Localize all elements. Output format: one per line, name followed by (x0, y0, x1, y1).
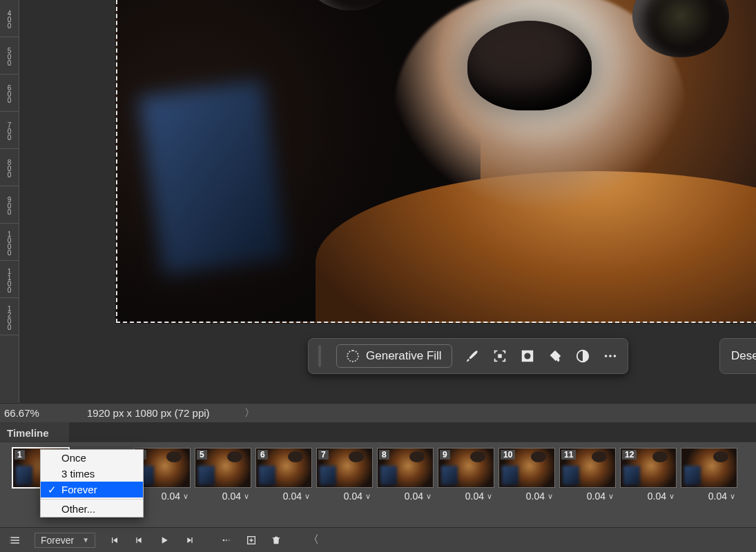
document-dimensions: 1920 px x 1080 px (72 ppi) (69, 407, 210, 419)
frame-duration[interactable]: 0.04∨ (498, 489, 555, 503)
next-frame-button[interactable] (178, 531, 200, 550)
svg-point-3 (604, 355, 607, 357)
canvas-viewport[interactable]: Generative Fill Deselec (19, 0, 756, 403)
zoom-level[interactable]: 66.67% (0, 407, 69, 419)
more-icon[interactable] (603, 348, 618, 364)
frame-10[interactable]: 100.04∨ (498, 448, 555, 503)
new-frame-button[interactable] (240, 531, 262, 550)
dropdown-triangle-icon: ▼ (82, 536, 89, 544)
frame-duration[interactable]: 0.04∨ (255, 489, 312, 503)
prev-frame-button[interactable] (128, 531, 151, 550)
frame-number: 7 (318, 450, 329, 460)
fill-bucket-icon[interactable] (547, 348, 563, 364)
chevron-down-icon: ∨ (426, 492, 432, 501)
chevron-down-icon: ∨ (730, 492, 735, 501)
generative-fill-label: Generative Fill (366, 349, 442, 363)
grip-handle[interactable] (318, 345, 321, 367)
chevron-down-icon: ∨ (304, 492, 310, 501)
frame-number: 11 (561, 450, 576, 460)
frame-11[interactable]: 0.04∨ (681, 448, 737, 503)
svg-point-1 (524, 353, 530, 359)
frame-number: 10 (501, 450, 515, 460)
chevron-down-icon: ∨ (669, 492, 675, 501)
adjustment-icon[interactable] (575, 348, 590, 364)
loop-dropdown-label: Forever (41, 535, 74, 546)
frame-duration[interactable]: 0.04∨ (681, 489, 737, 503)
svg-rect-6 (136, 538, 137, 543)
timeline-controls: Forever ▼ 〈 (0, 527, 756, 552)
frame-12[interactable]: 120.04∨ (620, 448, 677, 503)
frame-number: 12 (622, 450, 637, 460)
play-button[interactable] (153, 531, 175, 550)
chevron-down-icon: ∨ (487, 492, 492, 501)
loop-dropdown[interactable]: Forever ▼ (35, 533, 95, 548)
tween-button[interactable] (215, 531, 238, 550)
loop-menu: Once 3 times Forever Other... (40, 449, 144, 518)
frame-9[interactable]: 90.04∨ (438, 448, 494, 503)
svg-point-8 (223, 539, 225, 541)
brush-icon[interactable] (465, 348, 480, 364)
deselect-button[interactable]: Deselec (719, 338, 756, 374)
delete-frame-button[interactable] (265, 531, 287, 550)
status-bar: 66.67% 1920 px x 1080 px (72 ppi) 〉 (0, 403, 756, 422)
svg-point-5 (613, 355, 616, 357)
loop-option-forever[interactable]: Forever (41, 482, 143, 497)
svg-point-4 (609, 355, 612, 357)
menu-separator (41, 499, 143, 500)
frame-number: 9 (440, 450, 450, 460)
svg-point-10 (229, 539, 231, 541)
mask-icon[interactable] (520, 348, 535, 364)
contextual-task-bar: Generative Fill (308, 338, 628, 374)
chevron-down-icon: ∨ (547, 492, 553, 501)
chevron-down-icon: ∨ (183, 492, 188, 501)
frame-duration[interactable]: 0.04∨ (438, 489, 494, 503)
loop-option-other[interactable]: Other... (41, 501, 143, 517)
frame-number: 5 (197, 450, 207, 460)
frame-number: 8 (379, 450, 389, 460)
timeline-options-icon[interactable] (4, 531, 26, 550)
svg-point-9 (226, 539, 228, 541)
frame-duration[interactable]: 0.04∨ (195, 489, 251, 503)
timeline-tab[interactable]: Timeline (0, 422, 69, 442)
frame-duration[interactable]: 0.04∨ (620, 489, 677, 503)
loop-option-3-times[interactable]: 3 times (41, 466, 143, 482)
workspace: 400500600700800900100011001200 Generativ… (0, 0, 756, 403)
frame-duration[interactable]: 0.04∨ (377, 489, 434, 503)
chevron-down-icon: ∨ (244, 492, 249, 501)
frame-6[interactable]: 60.04∨ (255, 448, 312, 503)
frame-5[interactable]: 50.04∨ (195, 448, 251, 503)
sparkle-icon (347, 350, 359, 362)
first-frame-button[interactable] (104, 531, 126, 550)
frame-11[interactable]: 110.04∨ (559, 448, 616, 503)
frame-7[interactable]: 70.04∨ (316, 448, 373, 503)
canvas[interactable] (116, 0, 756, 323)
chevron-down-icon: ∨ (365, 492, 371, 501)
generative-fill-button[interactable]: Generative Fill (336, 344, 452, 368)
chevron-down-icon: ∨ (608, 492, 614, 501)
svg-rect-7 (191, 538, 192, 543)
status-chevron-icon[interactable]: 〉 (244, 406, 255, 420)
frame-8[interactable]: 80.04∨ (377, 448, 434, 503)
frame-duration[interactable]: 0.04∨ (316, 489, 373, 503)
scroll-left-icon[interactable]: 〈 (302, 531, 324, 550)
loop-option-once[interactable]: Once (41, 450, 143, 466)
vertical-ruler: 400500600700800900100011001200 (0, 0, 19, 403)
frame-duration[interactable]: 0.04∨ (559, 489, 616, 503)
select-subject-icon[interactable] (492, 348, 507, 364)
frame-number: 6 (258, 450, 268, 460)
frame-number: 1 (14, 450, 25, 460)
